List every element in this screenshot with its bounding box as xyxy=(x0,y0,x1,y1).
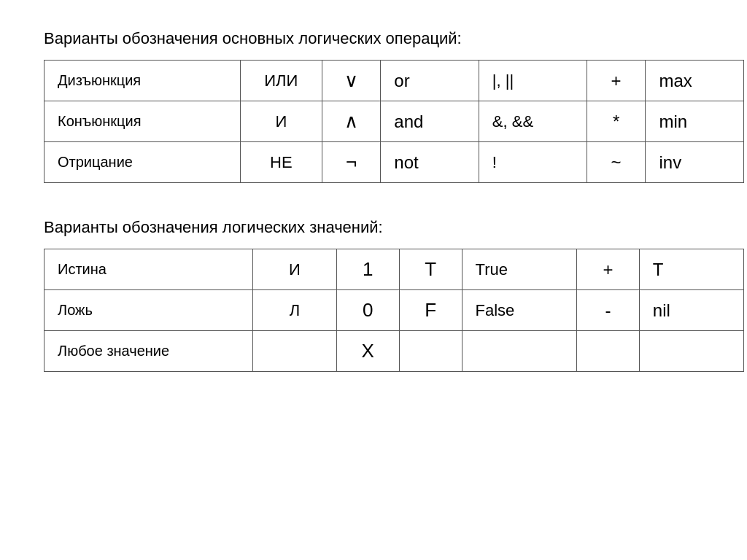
ops-fn-2: inv xyxy=(646,142,744,183)
ops-row-0: Дизъюнкция ИЛИ ∨ or |, || + max xyxy=(44,61,744,101)
vals-name-1: Ложь xyxy=(44,290,253,331)
vals-letter-1: F xyxy=(399,290,462,331)
vals-row-0: Истина И 1 T True + T xyxy=(44,249,744,290)
vals-name-0: Истина xyxy=(44,249,253,290)
ops-alt-2: ! xyxy=(479,142,587,183)
ops-fn-1: min xyxy=(646,101,744,142)
ops-row-2: Отрицание НЕ ¬ not ! ~ inv xyxy=(44,142,744,183)
ops-sym-0: ∨ xyxy=(322,61,381,101)
ops-ru-0: ИЛИ xyxy=(240,61,322,101)
ops-en-2: not xyxy=(381,142,479,183)
vals-row-2: Любое значение X xyxy=(44,331,744,372)
vals-op-2 xyxy=(576,331,639,372)
operations-table: Дизъюнкция ИЛИ ∨ or |, || + max Конъюнкц… xyxy=(44,60,744,183)
vals-num-1: 0 xyxy=(336,290,399,331)
vals-op-0: + xyxy=(576,249,639,290)
ops-op-0: + xyxy=(587,61,646,101)
vals-letter-0: T xyxy=(399,249,462,290)
vals-word-2 xyxy=(462,331,576,372)
vals-num-2: X xyxy=(336,331,399,372)
ops-name-1: Конъюнкция xyxy=(44,101,241,142)
vals-ru-2 xyxy=(253,331,337,372)
ops-alt-0: |, || xyxy=(479,61,587,101)
ops-ru-1: И xyxy=(240,101,322,142)
ops-ru-2: НЕ xyxy=(240,142,322,183)
vals-fn-2 xyxy=(639,331,743,372)
ops-sym-2: ¬ xyxy=(322,142,381,183)
ops-sym-1: ∧ xyxy=(322,101,381,142)
ops-name-2: Отрицание xyxy=(44,142,241,183)
vals-word-0: True xyxy=(462,249,576,290)
ops-op-1: * xyxy=(587,101,646,142)
ops-name-0: Дизъюнкция xyxy=(44,61,241,101)
vals-word-1: False xyxy=(462,290,576,331)
vals-fn-1: nil xyxy=(639,290,743,331)
vals-fn-0: T xyxy=(639,249,743,290)
ops-row-1: Конъюнкция И ∧ and &, && * min xyxy=(44,101,744,142)
vals-op-1: - xyxy=(576,290,639,331)
ops-alt-1: &, && xyxy=(479,101,587,142)
vals-num-0: 1 xyxy=(336,249,399,290)
vals-row-1: Ложь Л 0 F False - nil xyxy=(44,290,744,331)
ops-fn-0: max xyxy=(646,61,744,101)
ops-en-0: or xyxy=(381,61,479,101)
ops-op-2: ~ xyxy=(587,142,646,183)
vals-letter-2 xyxy=(399,331,462,372)
vals-name-2: Любое значение xyxy=(44,331,253,372)
section1-title: Варианты обозначения основных логических… xyxy=(44,29,703,48)
values-table: Истина И 1 T True + T Ложь Л 0 F False -… xyxy=(44,249,744,372)
section2-title: Варианты обозначения логических значений… xyxy=(44,218,703,237)
ops-en-1: and xyxy=(381,101,479,142)
vals-ru-0: И xyxy=(253,249,337,290)
vals-ru-1: Л xyxy=(253,290,337,331)
